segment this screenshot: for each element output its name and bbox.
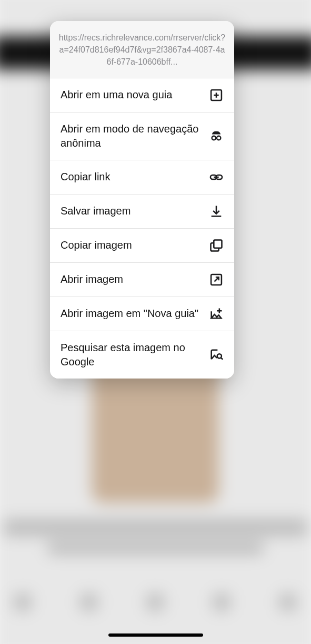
menu-item-label: Salvar imagem	[61, 204, 202, 218]
menu-search-image-google[interactable]: Pesquisar esta imagem no Google	[50, 331, 234, 379]
menu-item-label: Pesquisar esta imagem no Google	[61, 341, 202, 369]
download-icon	[209, 204, 224, 219]
svg-point-7	[217, 354, 222, 358]
new-tab-icon	[209, 88, 224, 103]
incognito-icon	[209, 129, 224, 144]
menu-item-label: Abrir em modo de navegação anônima	[61, 122, 202, 150]
link-icon	[209, 170, 224, 185]
menu-save-image[interactable]: Salvar imagem	[50, 195, 234, 229]
image-new-tab-icon	[209, 306, 224, 321]
image-search-icon	[209, 347, 224, 362]
copy-icon	[209, 238, 224, 253]
menu-item-label: Abrir imagem em "Nova guia"	[61, 306, 202, 321]
menu-copy-link[interactable]: Copiar link	[50, 160, 234, 195]
menu-item-label: Copiar imagem	[61, 238, 202, 252]
svg-point-1	[212, 136, 216, 139]
menu-item-label: Abrir imagem	[61, 272, 202, 287]
context-menu: https://recs.richrelevance.com/rrserver/…	[50, 21, 234, 379]
menu-open-image-new-tab[interactable]: Abrir imagem em "Nova guia"	[50, 297, 234, 331]
menu-open-image[interactable]: Abrir imagem	[50, 263, 234, 297]
menu-item-label: Copiar link	[61, 170, 202, 184]
open-external-icon	[209, 272, 224, 287]
menu-item-label: Abrir em uma nova guia	[61, 88, 202, 102]
svg-point-2	[217, 136, 220, 139]
menu-open-incognito[interactable]: Abrir em modo de navegação anônima	[50, 113, 234, 160]
menu-copy-image[interactable]: Copiar imagem	[50, 229, 234, 263]
svg-rect-5	[214, 240, 222, 248]
menu-open-new-tab[interactable]: Abrir em uma nova guia	[50, 78, 234, 113]
home-indicator[interactable]	[108, 633, 203, 637]
context-menu-url: https://recs.richrelevance.com/rrserver/…	[50, 21, 234, 78]
